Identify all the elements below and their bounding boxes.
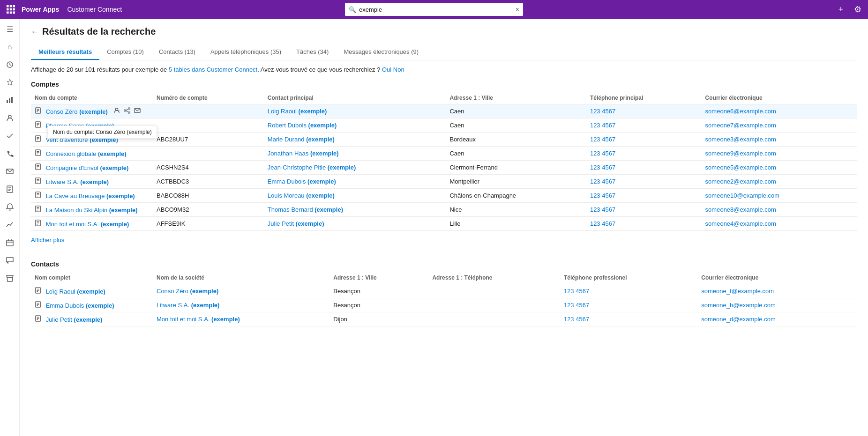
email-link[interactable]: someone5@example.com — [705, 164, 776, 171]
email-link[interactable]: someone6@example.com — [705, 108, 776, 115]
assign-icon[interactable] — [113, 107, 120, 115]
record-icon — [35, 136, 43, 143]
contact-name-link[interactable]: Emma Dubois (exemple) — [46, 302, 114, 309]
contacts-table-header: Nom complet Nom de la société Adresse 1 … — [31, 272, 857, 284]
tooltip: Nom du compte: Conso Zéro (exemple) — [48, 126, 157, 139]
sidebar-item-mail[interactable] — [1, 163, 18, 180]
account-name-link[interactable]: Conso Zéro (exemple) — [46, 108, 108, 115]
add-button[interactable]: + — [834, 3, 847, 16]
contact-link[interactable]: Julie Petit (exemple) — [268, 220, 324, 227]
contacts-header-row: Nom complet Nom de la société Adresse 1 … — [31, 272, 857, 284]
email-link[interactable]: someone_b@example.com — [701, 302, 775, 309]
phone-link[interactable]: 123 4567 — [590, 178, 615, 185]
phone-link[interactable]: 123 4567 — [564, 302, 589, 309]
results-prefix: Affichage de 20 sur 101 résultats pour — [31, 66, 135, 73]
contact-link[interactable]: Thomas Bernard (exemple) — [268, 206, 343, 213]
company-link[interactable]: Litware S.A. (exemple) — [157, 302, 219, 309]
phone-link[interactable]: 123 4567 — [590, 136, 615, 143]
tab-appels[interactable]: Appels téléphoniques (35) — [203, 44, 289, 60]
phone-link[interactable]: 123 4567 — [564, 288, 589, 295]
email-link[interactable]: someone2@example.com — [705, 178, 776, 185]
page-title: Résultats de la recherche — [42, 26, 156, 37]
account-name-link[interactable]: Compagnie d'Envol (exemple) — [46, 164, 129, 171]
phone-link[interactable]: 123 4567 — [590, 220, 615, 227]
phone-link[interactable]: 123 4567 — [564, 316, 589, 323]
sidebar-item-pinned[interactable] — [1, 74, 18, 91]
email-link[interactable]: someone9@example.com — [705, 150, 776, 157]
account-name-link[interactable]: Litware S.A. (exemple) — [46, 178, 109, 185]
sidebar-item-calendar[interactable] — [1, 234, 18, 251]
contact-link[interactable]: Marie Durand (exemple) — [268, 136, 335, 143]
sidebar-item-tasks[interactable] — [1, 127, 18, 144]
settings-button[interactable]: ⚙ — [851, 3, 864, 16]
sidebar-item-hamburger[interactable]: ☰ — [1, 21, 18, 37]
yes-button[interactable]: Oui — [382, 66, 391, 73]
tab-messages[interactable]: Messages électroniques (9) — [336, 44, 426, 60]
contact-link[interactable]: Louis Moreau (exemple) — [268, 192, 335, 199]
email-link[interactable]: someone_f@example.com — [701, 288, 774, 295]
email-link[interactable]: someone3@example.com — [705, 136, 776, 143]
sidebar-item-messages[interactable] — [1, 252, 18, 269]
sidebar-item-alerts[interactable] — [1, 199, 18, 215]
svg-rect-12 — [11, 97, 13, 103]
sidebar-item-reports[interactable] — [1, 216, 18, 233]
table-row: La Maison du Ski Alpin (exemple) ABCO9M3… — [31, 203, 857, 217]
sidebar-item-charts[interactable] — [1, 92, 18, 109]
email-icon[interactable] — [134, 107, 141, 115]
back-button[interactable]: ← — [31, 28, 38, 36]
phone-link[interactable]: 123 4567 — [590, 206, 615, 213]
email-link[interactable]: someone8@example.com — [705, 206, 776, 213]
share-icon[interactable] — [124, 107, 130, 115]
phone-link[interactable]: 123 4567 — [590, 192, 615, 199]
table-row: Mon toit et moi S.A. (exemple) AFFSE9IKJ… — [31, 217, 857, 231]
sidebar-item-notes[interactable] — [1, 181, 18, 198]
svg-line-34 — [126, 111, 128, 112]
account-name-link[interactable]: La Maison du Ski Alpin (exemple) — [46, 207, 138, 214]
svg-rect-11 — [9, 98, 10, 103]
phone-link[interactable]: 123 4567 — [590, 122, 615, 129]
contact-link[interactable]: Emma Dubois (exemple) — [268, 178, 336, 185]
tables-link[interactable]: 5 tables dans Customer Connect — [169, 66, 257, 73]
tab-comptes[interactable]: Comptes (10) — [99, 44, 151, 60]
sidebar-item-recent[interactable] — [1, 56, 18, 73]
search-clear-button[interactable]: × — [516, 6, 519, 13]
svg-rect-0 — [7, 5, 9, 7]
show-more-button[interactable]: Afficher plus — [31, 236, 64, 244]
contact-name-link[interactable]: Julie Petit (exemple) — [46, 316, 103, 323]
grid-menu-icon[interactable] — [4, 2, 18, 16]
company-link[interactable]: Conso Zéro (exemple) — [157, 288, 218, 295]
topbar: Power Apps Customer Connect 🔍 × + ⚙ — [0, 0, 868, 19]
tab-taches[interactable]: Tâches (34) — [289, 44, 336, 60]
record-icon — [35, 108, 43, 115]
email-link[interactable]: someone7@example.com — [705, 122, 776, 129]
sidebar-item-person[interactable] — [1, 110, 18, 126]
email-link[interactable]: someone_d@example.com — [701, 316, 775, 323]
record-icon — [35, 221, 43, 228]
table-row: Julie Petit (exemple) Mon toit et moi S.… — [31, 312, 857, 326]
phone-link[interactable]: 123 4567 — [590, 164, 615, 171]
email-link[interactable]: someone4@example.com — [705, 220, 776, 227]
sidebar-item-store[interactable] — [1, 270, 18, 287]
sidebar-item-home[interactable]: ⌂ — [1, 38, 18, 55]
account-name-link[interactable]: Connexion globale (exemple) — [46, 150, 127, 157]
search-input[interactable] — [359, 6, 513, 13]
no-button[interactable]: Non — [393, 66, 404, 73]
brand-label: Power Apps — [22, 6, 59, 13]
contact-name-link[interactable]: Loïg Raoul (exemple) — [46, 288, 105, 295]
svg-point-31 — [128, 112, 130, 114]
phone-link[interactable]: 123 4567 — [590, 108, 615, 115]
sidebar-item-calls[interactable] — [1, 145, 18, 162]
contact-link[interactable]: Jonathan Haas (exemple) — [268, 150, 339, 157]
contact-link[interactable]: Jean-Christophe Pitie (exemple) — [268, 164, 356, 171]
tab-meilleurs-resultats[interactable]: Meilleurs résultats — [31, 44, 99, 60]
phone-link[interactable]: 123 4567 — [590, 150, 615, 157]
topbar-divider — [63, 5, 63, 14]
svg-rect-6 — [7, 12, 9, 14]
tab-contacts[interactable]: Contacts (13) — [151, 44, 203, 60]
account-name-link[interactable]: La Cave au Breuvage (exemple) — [46, 192, 135, 200]
email-link[interactable]: someone10@example.com — [705, 192, 779, 199]
contact-link[interactable]: Robert Dubois (exemple) — [268, 122, 337, 129]
company-link[interactable]: Mon toit et moi S.A. (exemple) — [157, 316, 240, 323]
account-name-link[interactable]: Mon toit et moi S.A. (exemple) — [46, 221, 129, 228]
contact-link[interactable]: Loig Raoul (exemple) — [268, 108, 327, 115]
